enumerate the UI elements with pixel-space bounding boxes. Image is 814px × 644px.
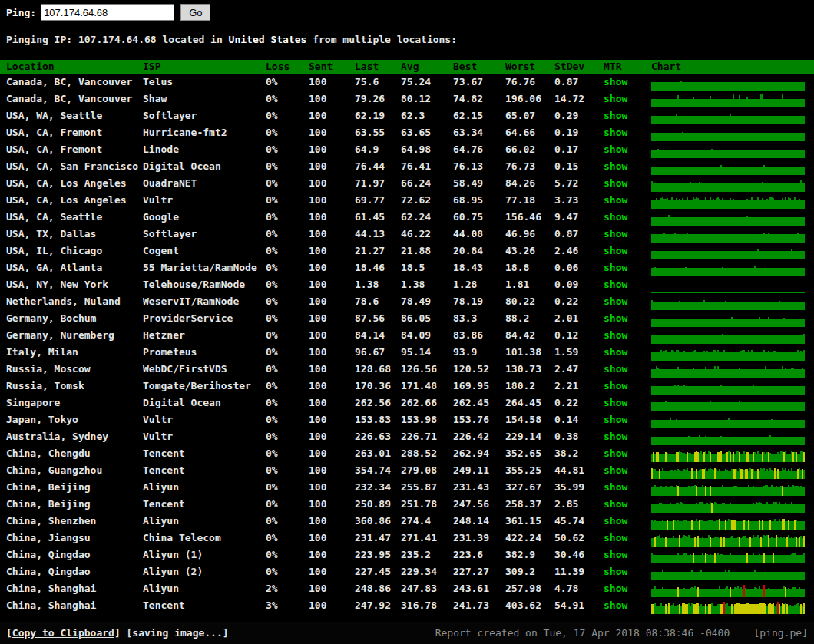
location-cell: China, Beijing [0,496,143,513]
ping-form: Ping: Go [6,4,210,21]
mtr-show-link[interactable]: show [604,329,627,341]
best-cell: 231.43 [453,479,505,496]
mtr-show-link[interactable]: show [604,296,627,307]
location-cell: USA, CA, San Francisco [0,158,143,175]
mtr-show-link[interactable]: show [604,414,627,425]
mtr-cell: show [604,496,651,513]
last-cell: 153.83 [355,411,401,428]
mtr-show-link[interactable]: show [604,211,627,223]
ping-chart [651,327,806,344]
worst-cell: 355.25 [505,462,554,479]
worst-cell: 382.9 [505,547,554,563]
sent-cell: 100 [309,293,355,310]
loss-cell: 0% [266,327,309,344]
ping-chart [651,530,806,547]
loss-cell: 0% [266,74,309,91]
column-header-location: Location [0,60,143,74]
mtr-show-link[interactable]: show [604,144,627,155]
chart-cell [651,74,814,91]
mtr-show-link[interactable]: show [604,549,627,560]
column-header-isp: ISP [143,60,266,74]
mtr-show-link[interactable]: show [604,177,627,189]
last-cell: 232.34 [355,479,401,496]
mtr-show-link[interactable]: show [604,447,627,459]
chart-cell [651,192,814,209]
loss-cell: 0% [266,310,309,327]
mtr-show-link[interactable]: show [604,498,627,510]
ping-chart [651,124,806,141]
column-header-chart: Chart [651,60,814,74]
avg-cell: 271.41 [401,530,453,547]
mtr-show-link[interactable]: show [604,127,627,138]
chart-bar [803,334,805,344]
mtr-show-link[interactable]: show [604,397,627,408]
stdev-cell: 0.09 [554,276,604,293]
mtr-cell: show [604,158,651,175]
chart-bar [803,603,805,614]
mtr-show-link[interactable]: show [604,363,627,375]
mtr-show-link[interactable]: show [604,566,627,577]
mtr-show-link[interactable]: show [604,245,627,256]
last-cell: 262.56 [355,395,401,411]
footer-actions: [Copy to Clipboard] [saving image...] [6,627,229,639]
column-header-loss: Loss [266,60,309,74]
mtr-show-link[interactable]: show [604,583,627,594]
ping-chart [651,445,806,462]
table-body: Canada, BC, VancouverTelus0%10075.675.24… [0,74,814,614]
stdev-cell: 45.74 [554,513,604,530]
column-header-best: Best [453,60,505,74]
title-country: United States [229,34,307,45]
worst-cell: 84.42 [505,327,554,344]
mtr-show-link[interactable]: show [604,532,627,543]
mtr-show-link[interactable]: show [604,464,627,476]
mtr-cell: show [604,310,651,327]
location-cell: Singapore [0,395,143,411]
location-cell: Japan, Tokyo [0,411,143,428]
last-cell: 71.97 [355,175,401,192]
mtr-show-link[interactable]: show [604,279,627,290]
mtr-show-link[interactable]: show [604,262,627,273]
worst-cell: 422.24 [505,530,554,547]
isp-cell: Tencent [143,445,266,462]
table-row: China, JiangsuChina Telecom0%100231.4727… [0,530,814,547]
avg-cell: 235.2 [401,547,453,563]
mtr-show-link[interactable]: show [604,380,627,391]
last-cell: 18.46 [355,259,401,276]
loss-cell: 0% [266,395,309,411]
mtr-show-link[interactable]: show [604,312,627,324]
isp-cell: Vultr [143,428,266,445]
isp-cell: Softlayer [143,226,266,243]
mtr-cell: show [604,74,651,91]
best-cell: 248.14 [453,513,505,530]
ping-input[interactable] [41,4,174,21]
loss-cell: 0% [266,547,309,563]
ping-chart [651,293,806,310]
mtr-show-link[interactable]: show [604,110,627,121]
mtr-cell: show [604,259,651,276]
stdev-cell: 2.21 [554,378,604,395]
ping-pe-page: Ping: Go Pinging IP: 107.174.64.68 locat… [0,0,814,644]
column-header-worst: Worst [505,60,554,74]
mtr-show-link[interactable]: show [604,76,627,88]
best-cell: 62.15 [453,107,505,124]
mtr-show-link[interactable]: show [604,194,627,206]
copy-to-clipboard-link[interactable]: Copy to Clipboard [12,627,114,639]
mtr-show-link[interactable]: show [604,346,627,358]
stdev-cell: 0.22 [554,293,604,310]
avg-cell: 18.5 [401,259,453,276]
mtr-show-link[interactable]: show [604,515,627,527]
mtr-show-link[interactable]: show [604,228,627,239]
sent-cell: 100 [309,361,355,378]
mtr-show-link[interactable]: show [604,160,627,172]
mtr-show-link[interactable]: show [604,481,627,493]
mtr-show-link[interactable]: show [604,431,627,442]
sent-cell: 100 [309,243,355,259]
ping-chart [651,428,806,445]
mtr-show-link[interactable]: show [604,599,627,611]
go-button[interactable]: Go [180,4,210,21]
chart-bar [803,99,805,107]
avg-cell: 95.14 [401,344,453,361]
isp-cell: China Telecom [143,530,266,547]
mtr-show-link[interactable]: show [604,93,627,104]
chart-cell [651,91,814,107]
